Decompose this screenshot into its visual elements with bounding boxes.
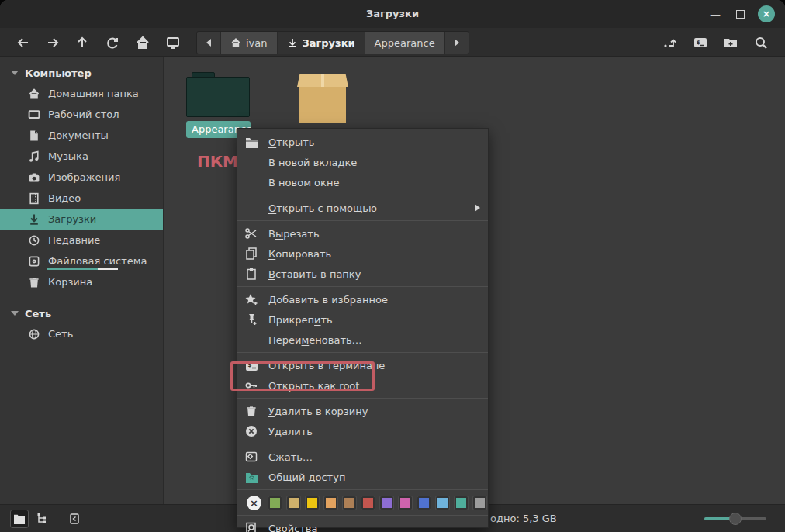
desktop-icon	[165, 35, 181, 50]
icon-view-icon	[13, 513, 26, 524]
desktop-icon	[28, 109, 40, 121]
disk-usage-fill	[47, 268, 98, 270]
compact-view-icon	[70, 513, 79, 524]
right-click-annotation: ПКМ	[197, 152, 238, 171]
scissors-icon	[245, 226, 262, 240]
sidebar-section-computer[interactable]: Компьютер	[0, 63, 163, 83]
list-view-button[interactable]	[33, 510, 52, 528]
menu-separator	[237, 220, 488, 221]
toggle-location-entry-button[interactable]	[659, 32, 681, 54]
menu-item-open-new-window[interactable]: В новом окне	[237, 172, 488, 192]
clock-icon	[28, 234, 40, 247]
color-swatch-1[interactable]	[287, 496, 300, 510]
collapse-arrow-icon	[11, 311, 19, 316]
sidebar: Компьютер Домашняя папка Рабочий стол До…	[0, 57, 164, 504]
sidebar-item-filesystem[interactable]: Файловая система	[0, 250, 163, 271]
up-button[interactable]	[71, 32, 93, 54]
menu-item-open-with[interactable]: Открыть с помощью	[237, 198, 488, 218]
home-icon	[28, 88, 40, 100]
menu-item-copy[interactable]: Копировать	[237, 244, 488, 264]
open-terminal-button[interactable]: $	[690, 32, 711, 54]
search-icon	[753, 35, 769, 50]
home-button[interactable]	[132, 32, 154, 54]
sidebar-item-trash[interactable]: Корзина	[0, 271, 163, 292]
menu-separator	[237, 286, 488, 287]
menu-item-paste-into-folder[interactable]: Вставить в папку	[237, 264, 488, 284]
path-label: ivan	[246, 37, 268, 49]
color-swatch-11[interactable]	[473, 496, 486, 510]
forward-icon	[45, 35, 61, 50]
sidebar-item-downloads[interactable]: Загрузки	[0, 209, 163, 230]
sidebar-item-home[interactable]: Домашняя папка	[0, 83, 163, 104]
menu-item-cut[interactable]: Вырезать	[237, 223, 488, 244]
path-scroll-left-button[interactable]	[197, 32, 221, 54]
sidebar-item-pictures[interactable]: Изображения	[0, 167, 163, 188]
home-icon	[135, 35, 150, 50]
color-swatch-8[interactable]	[417, 496, 431, 510]
menu-item-compress[interactable]: Сжать…	[237, 447, 488, 467]
color-swatch-2[interactable]	[306, 496, 319, 510]
menu-item-add-to-favorites[interactable]: Добавить в избранное	[237, 289, 488, 309]
desktop-button[interactable]	[162, 32, 184, 54]
download-icon	[287, 37, 298, 48]
path-scroll-right-button[interactable]	[445, 32, 469, 54]
refresh-button[interactable]	[102, 32, 123, 54]
camera-icon	[28, 171, 40, 184]
compact-view-button[interactable]	[65, 510, 84, 528]
color-swatch-10[interactable]	[455, 496, 468, 510]
back-button[interactable]	[12, 32, 34, 54]
color-swatch-5[interactable]	[361, 496, 375, 510]
search-button[interactable]	[750, 32, 772, 54]
refresh-icon	[105, 35, 120, 50]
menu-item-move-to-trash[interactable]: Удалить в корзину	[237, 401, 488, 421]
disk-icon	[28, 255, 40, 268]
color-swatch-0[interactable]	[268, 496, 282, 510]
minimize-button[interactable]: —	[704, 0, 726, 28]
menu-separator	[237, 489, 488, 490]
forward-button[interactable]	[42, 32, 64, 54]
path-button-child[interactable]: Appearance	[365, 32, 445, 54]
toolbar: ivan Загрузки Appearance $	[0, 28, 785, 57]
sidebar-item-recent[interactable]: Недавние	[0, 230, 163, 250]
menu-separator	[237, 352, 488, 353]
zoom-slider-knob[interactable]	[729, 513, 742, 525]
sidebar-item-music[interactable]: Музыка	[0, 146, 163, 167]
menu-item-pin[interactable]: Прикрепить	[237, 309, 488, 330]
context-menu: Открыть В новой вкладке В новом окне Отк…	[237, 128, 489, 528]
color-swatch-3[interactable]	[324, 496, 337, 510]
sidebar-item-documents[interactable]: Документы	[0, 125, 163, 146]
color-swatch-9[interactable]	[436, 496, 449, 510]
menu-item-share[interactable]: Общий доступ	[237, 467, 488, 487]
trash-icon	[28, 276, 40, 288]
menu-item-open[interactable]: Открыть	[237, 132, 488, 152]
delete-icon	[245, 424, 262, 438]
maximize-button[interactable]	[729, 0, 751, 28]
sidebar-section-network[interactable]: Сеть	[0, 303, 163, 323]
menu-item-properties[interactable]: Свойства	[237, 518, 488, 532]
color-swatch-4[interactable]	[343, 496, 356, 510]
chevron-right-icon	[455, 39, 459, 47]
zoom-slider[interactable]	[704, 517, 766, 520]
sidebar-item-network[interactable]: Сеть	[0, 323, 163, 344]
menu-item-rename[interactable]: Переименовать…	[237, 330, 488, 350]
archive-file-icon[interactable]	[297, 74, 348, 123]
clear-color-button[interactable]: ×	[247, 496, 261, 510]
menu-item-open-new-tab[interactable]: В новой вкладке	[237, 152, 488, 172]
star-plus-icon	[245, 292, 262, 306]
path-button-home[interactable]: ivan	[221, 32, 278, 54]
color-swatch-6[interactable]	[380, 496, 393, 510]
icon-view-button[interactable]	[10, 510, 29, 528]
submenu-arrow-icon	[475, 204, 480, 212]
path-button-current[interactable]: Загрузки	[278, 32, 365, 54]
sidebar-item-videos[interactable]: Видео	[0, 188, 163, 209]
new-folder-button[interactable]	[720, 32, 742, 54]
close-button[interactable]: ×	[756, 0, 777, 28]
share-folder-icon	[245, 470, 262, 484]
menu-separator	[237, 515, 488, 516]
menu-item-delete[interactable]: Удалить	[237, 421, 488, 441]
properties-icon	[245, 521, 262, 532]
disk-usage-bar	[47, 268, 118, 270]
sidebar-item-desktop[interactable]: Рабочий стол	[0, 104, 163, 125]
folder-appearance-icon[interactable]	[186, 72, 250, 117]
color-swatch-7[interactable]	[399, 496, 412, 510]
